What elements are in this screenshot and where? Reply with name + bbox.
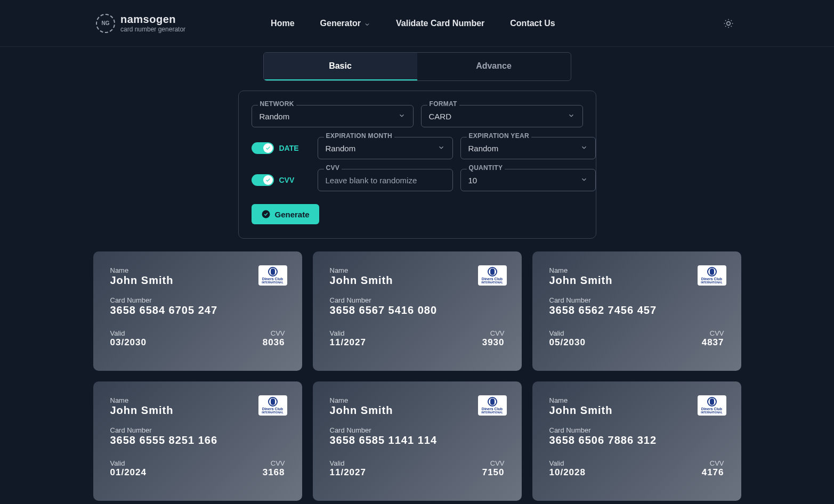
gear-logo-icon: NG <box>96 14 115 33</box>
format-label: FORMAT <box>427 100 459 108</box>
card-cvv-label: CVV <box>702 459 724 467</box>
card-number-value: 3658 6555 8251 166 <box>110 434 285 446</box>
svg-line-8 <box>731 20 732 21</box>
card-number-value: 3658 6584 6705 247 <box>110 304 285 316</box>
cvv-toggle-label: CVV <box>279 176 295 184</box>
card-network-logo: Diners Club INTERNATIONAL <box>478 265 507 286</box>
chevron-down-icon <box>364 20 370 27</box>
card-valid-label: Valid <box>549 459 586 467</box>
exp-year-label: EXPIRATION YEAR <box>467 132 531 140</box>
card-valid-value: 11/2027 <box>330 337 366 348</box>
card-cvv-value: 7150 <box>482 467 505 478</box>
credit-card: Diners Club INTERNATIONAL Name John Smit… <box>532 251 741 371</box>
credit-card: Diners Club INTERNATIONAL Name John Smit… <box>313 381 522 501</box>
card-number-label: Card Number <box>110 296 285 304</box>
exp-year-select[interactable]: Random <box>460 137 596 159</box>
card-network-logo: Diners Club INTERNATIONAL <box>258 395 287 416</box>
chevron-down-icon <box>580 176 588 185</box>
chevron-down-icon <box>580 144 588 153</box>
generator-form: NETWORK Random FORMAT CARD DATE EXPIRATI <box>238 91 596 239</box>
svg-point-9 <box>262 210 270 218</box>
nav-generator[interactable]: Generator <box>320 19 370 28</box>
brand-tagline: card number generator <box>120 26 185 33</box>
date-toggle[interactable] <box>252 142 274 154</box>
card-cvv-label: CVV <box>702 329 724 337</box>
card-valid-value: 11/2027 <box>330 467 366 478</box>
card-number-label: Card Number <box>330 296 505 304</box>
card-valid-label: Valid <box>110 459 147 467</box>
mode-tabs: Basic Advance <box>263 52 571 81</box>
cvv-toggle[interactable] <box>252 174 274 186</box>
svg-line-3 <box>725 20 726 21</box>
chevron-down-icon <box>568 112 575 121</box>
network-value: Random <box>260 112 290 121</box>
theme-toggle-button[interactable] <box>719 14 738 33</box>
card-valid-value: 10/2028 <box>549 467 586 478</box>
card-number-value: 3658 6506 7886 312 <box>549 434 724 446</box>
exp-month-value: Random <box>326 144 356 153</box>
results-grid: Diners Club INTERNATIONAL Name John Smit… <box>93 251 741 501</box>
quantity-value: 10 <box>468 176 477 185</box>
cvv-label: CVV <box>324 164 342 172</box>
check-circle-icon <box>261 209 271 219</box>
card-valid-label: Valid <box>330 329 366 337</box>
card-valid-label: Valid <box>330 459 366 467</box>
card-cvv-label: CVV <box>263 459 285 467</box>
toggle-knob <box>263 175 273 185</box>
logo[interactable]: NG namsogen card number generator <box>96 13 185 33</box>
card-valid-label: Valid <box>110 329 147 337</box>
card-number-label: Card Number <box>110 426 285 434</box>
card-number-label: Card Number <box>549 426 724 434</box>
card-cvv-value: 3168 <box>263 467 285 478</box>
format-select[interactable]: CARD <box>421 105 583 127</box>
card-cvv-label: CVV <box>263 329 285 337</box>
nav-validate[interactable]: Validate Card Number <box>396 19 484 28</box>
exp-month-label: EXPIRATION MONTH <box>324 132 395 140</box>
check-icon <box>265 177 271 183</box>
card-cvv-value: 8036 <box>263 337 285 348</box>
card-cvv-value: 4176 <box>702 467 724 478</box>
quantity-select[interactable]: 10 <box>460 169 596 191</box>
credit-card: Diners Club INTERNATIONAL Name John Smit… <box>93 251 302 371</box>
credit-card: Diners Club INTERNATIONAL Name John Smit… <box>93 381 302 501</box>
card-number-value: 3658 6585 1141 114 <box>330 434 505 446</box>
nav-home[interactable]: Home <box>271 19 294 28</box>
nav-contact[interactable]: Contact Us <box>510 19 555 28</box>
card-cvv-label: CVV <box>482 329 505 337</box>
format-value: CARD <box>429 112 452 121</box>
card-valid-value: 01/2024 <box>110 467 147 478</box>
generate-button[interactable]: Generate <box>252 204 319 224</box>
card-network-logo: Diners Club INTERNATIONAL <box>478 395 507 416</box>
generate-label: Generate <box>275 210 310 219</box>
credit-card: Diners Club INTERNATIONAL Name John Smit… <box>313 251 522 371</box>
date-toggle-label: DATE <box>279 144 299 152</box>
tab-advance[interactable]: Advance <box>417 53 571 80</box>
nav-generator-label: Generator <box>320 19 361 28</box>
card-cvv-label: CVV <box>482 459 505 467</box>
tab-basic[interactable]: Basic <box>264 53 417 80</box>
sun-icon <box>723 18 734 29</box>
check-icon <box>265 145 271 151</box>
svg-line-4 <box>731 26 732 26</box>
chevron-down-icon <box>438 144 445 153</box>
exp-year-value: Random <box>468 144 499 153</box>
card-valid-label: Valid <box>549 329 586 337</box>
card-number-label: Card Number <box>330 426 505 434</box>
network-select[interactable]: Random <box>252 105 414 127</box>
svg-point-0 <box>727 21 731 25</box>
toggle-knob <box>263 143 273 153</box>
card-number-value: 3658 6562 7456 457 <box>549 304 724 316</box>
card-valid-value: 05/2030 <box>549 337 586 348</box>
svg-line-7 <box>725 26 726 26</box>
credit-card: Diners Club INTERNATIONAL Name John Smit… <box>532 381 741 501</box>
card-valid-value: 03/2030 <box>110 337 147 348</box>
card-network-logo: Diners Club INTERNATIONAL <box>698 265 726 286</box>
exp-month-select[interactable]: Random <box>318 137 453 159</box>
cvv-input[interactable] <box>318 169 453 191</box>
brand-name: namsogen <box>120 13 185 26</box>
card-cvv-value: 3930 <box>482 337 505 348</box>
card-cvv-value: 4837 <box>702 337 724 348</box>
card-network-logo: Diners Club INTERNATIONAL <box>258 265 287 286</box>
chevron-down-icon <box>398 112 406 121</box>
card-number-label: Card Number <box>549 296 724 304</box>
